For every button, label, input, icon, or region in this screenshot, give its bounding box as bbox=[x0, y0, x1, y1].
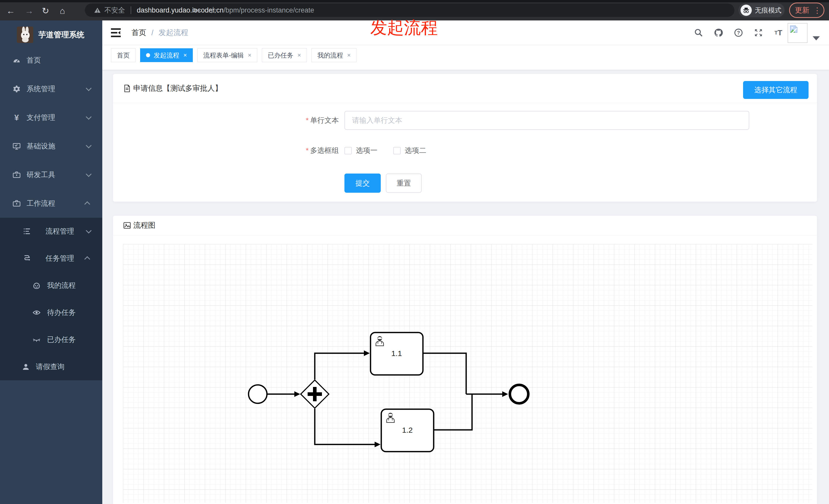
breadcrumb-separator: / bbox=[151, 29, 153, 37]
toolbox-icon bbox=[12, 199, 21, 208]
close-icon[interactable]: × bbox=[248, 52, 251, 59]
chevron-down-icon bbox=[86, 228, 92, 234]
sidebar-item-label: 系统管理 bbox=[27, 84, 55, 94]
chevron-down-icon bbox=[86, 171, 92, 177]
sidebar-item-infra[interactable]: 基础设施 bbox=[0, 132, 102, 160]
logo-rabbit-image bbox=[17, 27, 33, 43]
bpmn-user-task-1: 1.1 bbox=[370, 333, 423, 375]
font-size-icon[interactable]: TT bbox=[773, 27, 784, 38]
reset-button[interactable]: 重置 bbox=[386, 173, 422, 193]
update-button[interactable]: 更新 ⋮ bbox=[789, 3, 824, 18]
sidebar-item-label: 工作流程 bbox=[27, 199, 55, 208]
single-line-text-input[interactable] bbox=[345, 111, 749, 130]
address-bar[interactable]: 不安全 dashboard.yudao.iocoder.cn /bpm/proc… bbox=[85, 4, 734, 17]
checkbox-label[interactable]: 选项二 bbox=[405, 146, 426, 155]
field-label-text: *单行文本 bbox=[113, 116, 339, 125]
browser-menu-dots-icon[interactable]: ⋮ bbox=[814, 6, 821, 15]
field-label-checkbox: *多选框组 bbox=[113, 146, 339, 155]
task-label: 1.2 bbox=[402, 426, 413, 434]
sidebar-item-label: 研发工具 bbox=[27, 170, 55, 180]
card-title: 流程图 bbox=[133, 220, 155, 231]
bpmn-parallel-gateway bbox=[301, 380, 329, 408]
sidebar-item-payment[interactable]: ¥ 支付管理 bbox=[0, 103, 102, 132]
sidebar-item-todo-tasks[interactable]: 待办任务 bbox=[0, 299, 102, 326]
fullscreen-icon[interactable] bbox=[753, 27, 764, 38]
sidebar-item-label: 流程管理 bbox=[45, 226, 74, 236]
breadcrumb-home[interactable]: 首页 bbox=[132, 28, 146, 38]
browser-reload-icon[interactable]: ↻ bbox=[40, 6, 50, 16]
sidebar: 芋道管理系统 首页 系统管理 ¥ 支付 bbox=[0, 21, 102, 504]
chevron-down-icon bbox=[86, 143, 92, 149]
sidebar-item-workflow[interactable]: 工作流程 bbox=[0, 189, 102, 218]
main-area: 首页 / 发起流程 ? bbox=[102, 21, 829, 504]
browser-back-icon[interactable]: ← bbox=[6, 6, 16, 16]
browser-chrome: ← → ↻ ⌂ 不安全 dashboard.yudao.iocoder.cn /… bbox=[0, 0, 829, 21]
sidebar-item-label: 首页 bbox=[27, 55, 41, 65]
active-dot bbox=[146, 53, 150, 57]
incognito-label: 无痕模式 bbox=[755, 6, 782, 15]
app-shell: 芋道管理系统 首页 系统管理 ¥ 支付 bbox=[0, 21, 829, 504]
chevron-down-icon bbox=[86, 114, 92, 120]
screen: ← → ↻ ⌂ 不安全 dashboard.yudao.iocoder.cn /… bbox=[0, 0, 829, 504]
sidebar-item-label: 支付管理 bbox=[27, 113, 55, 122]
flow-icon bbox=[23, 254, 31, 263]
tab-form-edit[interactable]: 流程表单-编辑 × bbox=[197, 48, 257, 62]
sidebar-item-system[interactable]: 系统管理 bbox=[0, 75, 102, 103]
checkbox-option-2[interactable] bbox=[393, 147, 401, 154]
yen-icon: ¥ bbox=[12, 113, 21, 122]
checkbox-label[interactable]: 选项一 bbox=[356, 146, 377, 155]
sidebar-item-home[interactable]: 首页 bbox=[0, 46, 102, 75]
toolbox-icon bbox=[12, 170, 21, 179]
sidebar-item-my-process[interactable]: 我的流程 bbox=[0, 272, 102, 299]
url-divider bbox=[131, 6, 131, 14]
sidebar-item-done-tasks[interactable]: 已办任务 bbox=[0, 326, 102, 353]
close-icon[interactable]: × bbox=[183, 52, 187, 59]
password-key-icon[interactable] bbox=[191, 6, 201, 15]
sidebar-item-leave-query[interactable]: 请假查询 bbox=[0, 353, 102, 380]
sidebar-item-label: 基础设施 bbox=[27, 141, 55, 151]
close-icon[interactable]: × bbox=[297, 52, 301, 59]
tab-my-process[interactable]: 我的流程 × bbox=[312, 48, 356, 62]
user-icon bbox=[22, 362, 30, 371]
avatar-caret-icon[interactable] bbox=[813, 36, 820, 40]
sidebar-collapse-icon[interactable] bbox=[110, 28, 122, 38]
eye-closed-icon bbox=[32, 335, 41, 344]
eye-icon bbox=[32, 308, 41, 317]
checkbox-option-1[interactable] bbox=[345, 147, 352, 154]
submit-button[interactable]: 提交 bbox=[345, 173, 381, 193]
list-icon bbox=[23, 227, 31, 236]
bpmn-user-task-2: 1.2 bbox=[381, 409, 434, 452]
sidebar-menu: 首页 系统管理 ¥ 支付管理 bbox=[0, 46, 102, 380]
sidebar-item-label: 任务管理 bbox=[45, 254, 74, 263]
bpmn-end-event bbox=[510, 385, 528, 403]
sidebar-item-process-mgmt[interactable]: 流程管理 bbox=[0, 218, 102, 245]
chevron-up-icon bbox=[84, 256, 90, 262]
sidebar-item-devtools[interactable]: 研发工具 bbox=[0, 160, 102, 189]
sidebar-item-task-mgmt[interactable]: 任务管理 bbox=[0, 245, 102, 272]
page-content: 申请信息【测试多审批人】 选择其它流程 *单行文本 *多选框组 bbox=[102, 70, 829, 504]
sidebar-item-label: 已办任务 bbox=[47, 335, 76, 345]
picture-icon bbox=[123, 221, 131, 230]
bpmn-start-event bbox=[249, 385, 267, 403]
browser-forward-icon[interactable]: → bbox=[24, 6, 34, 16]
search-icon[interactable] bbox=[693, 27, 704, 38]
tab-start-process[interactable]: 发起流程 × bbox=[140, 48, 193, 62]
bookmark-star-icon[interactable]: ☆ bbox=[209, 6, 217, 15]
incognito-badge: 无痕模式 bbox=[738, 3, 785, 17]
tab-done-tasks[interactable]: 已办任务 × bbox=[262, 48, 307, 62]
browser-home-icon[interactable]: ⌂ bbox=[57, 6, 68, 16]
choose-other-process-button[interactable]: 选择其它流程 bbox=[743, 81, 808, 99]
bpmn-canvas[interactable]: 1.1 1.2 bbox=[123, 244, 813, 503]
security-label: 不安全 bbox=[104, 6, 125, 15]
svg-text:?: ? bbox=[737, 30, 740, 36]
close-icon[interactable]: × bbox=[347, 52, 351, 59]
chevron-up-icon bbox=[84, 201, 90, 207]
avatar[interactable] bbox=[788, 23, 807, 43]
tab-home[interactable]: 首页 bbox=[111, 48, 136, 62]
breadcrumb: 首页 / 发起流程 bbox=[132, 21, 188, 45]
sidebar-logo: 芋道管理系统 bbox=[0, 25, 102, 45]
github-icon[interactable] bbox=[713, 27, 724, 38]
help-icon[interactable]: ? bbox=[733, 27, 744, 38]
monitor-icon bbox=[12, 142, 21, 151]
sidebar-item-label: 请假查询 bbox=[36, 362, 65, 372]
